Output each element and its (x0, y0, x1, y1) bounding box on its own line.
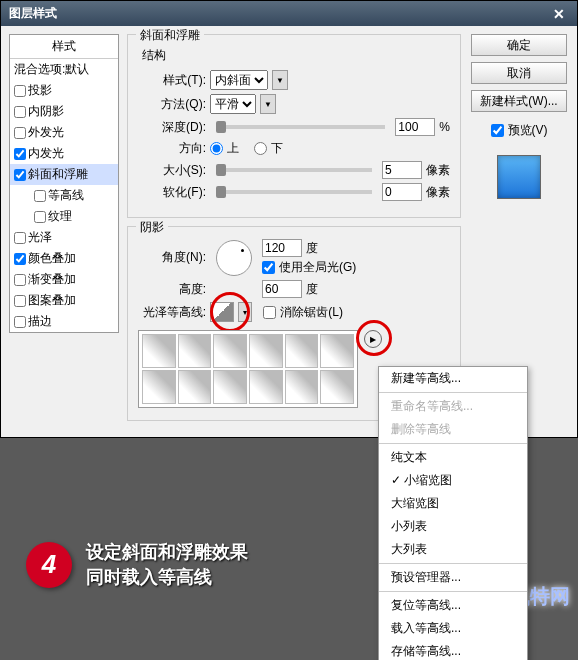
depth-label: 深度(D): (138, 119, 206, 136)
angle-label: 角度(N): (138, 249, 206, 266)
angle-dial[interactable] (216, 240, 252, 276)
style-color-overlay[interactable]: 颜色叠加 (10, 248, 118, 269)
menu-preset-manager[interactable]: 预设管理器... (379, 566, 527, 589)
style-texture[interactable]: 纹理 (10, 206, 118, 227)
style-inner-shadow[interactable]: 内阴影 (10, 101, 118, 122)
menu-small-list[interactable]: 小列表 (379, 515, 527, 538)
contour-thumb[interactable] (249, 334, 283, 368)
direction-label: 方向: (138, 140, 206, 157)
contour-thumb[interactable] (142, 334, 176, 368)
flyout-menu-icon[interactable]: ▶ (364, 330, 382, 348)
styles-panel: 样式 混合选项:默认 投影 内阴影 外发光 内发光 斜面和浮雕 等高线 纹理 光… (9, 34, 119, 333)
soften-field[interactable] (382, 183, 422, 201)
menu-rename-contour: 重命名等高线... (379, 395, 527, 418)
chevron-down-icon[interactable]: ▼ (260, 94, 276, 114)
contour-thumb[interactable] (285, 334, 319, 368)
menu-load-contours[interactable]: 载入等高线... (379, 617, 527, 640)
step-number-badge: 4 (26, 542, 72, 588)
ok-button[interactable]: 确定 (471, 34, 567, 56)
antialias-checkbox[interactable] (263, 306, 276, 319)
gloss-contour-swatch[interactable] (210, 302, 234, 322)
style-inner-glow[interactable]: 内发光 (10, 143, 118, 164)
style-label: 样式(T): (138, 72, 206, 89)
contour-thumb[interactable] (178, 370, 212, 404)
depth-slider[interactable] (216, 125, 385, 129)
contour-thumb[interactable] (285, 370, 319, 404)
size-slider[interactable] (216, 168, 372, 172)
contour-thumb[interactable] (213, 370, 247, 404)
contour-thumb[interactable] (320, 370, 354, 404)
dir-down-radio[interactable] (254, 142, 267, 155)
bevel-style-select[interactable]: 内斜面 (210, 70, 268, 90)
dialog-title: 图层样式 (9, 5, 57, 22)
style-drop-shadow[interactable]: 投影 (10, 80, 118, 101)
contour-presets-grid (138, 330, 358, 408)
depth-field[interactable] (395, 118, 435, 136)
menu-new-contour[interactable]: 新建等高线... (379, 367, 527, 390)
angle-field[interactable] (262, 239, 302, 257)
contour-thumb[interactable] (249, 370, 283, 404)
chevron-down-icon[interactable]: ▼ (272, 70, 288, 90)
step-annotation: 4 设定斜面和浮雕效果 同时载入等高线 (26, 540, 248, 590)
contour-thumb[interactable] (178, 334, 212, 368)
preview-checkbox-label[interactable]: 预览(V) (491, 122, 548, 139)
new-style-button[interactable]: 新建样式(W)... (471, 90, 567, 112)
menu-save-contours[interactable]: 存储等高线... (379, 640, 527, 660)
style-satin[interactable]: 光泽 (10, 227, 118, 248)
global-light-checkbox[interactable] (262, 261, 275, 274)
style-bevel-emboss[interactable]: 斜面和浮雕 (10, 164, 118, 185)
step-text: 设定斜面和浮雕效果 同时载入等高线 (86, 540, 248, 590)
size-label: 大小(S): (138, 162, 206, 179)
style-outer-glow[interactable]: 外发光 (10, 122, 118, 143)
soften-label: 软化(F): (138, 184, 206, 201)
style-pattern-overlay[interactable]: 图案叠加 (10, 290, 118, 311)
blend-options[interactable]: 混合选项:默认 (10, 59, 118, 80)
altitude-field[interactable] (262, 280, 302, 298)
contour-thumb[interactable] (320, 334, 354, 368)
cancel-button[interactable]: 取消 (471, 62, 567, 84)
menu-large-thumb[interactable]: 大缩览图 (379, 492, 527, 515)
menu-small-thumb[interactable]: 小缩览图 (379, 469, 527, 492)
gloss-contour-dropdown[interactable]: ▾ (238, 302, 252, 322)
method-label: 方法(Q): (138, 96, 206, 113)
preview-checkbox[interactable] (491, 124, 504, 137)
menu-delete-contour: 删除等高线 (379, 418, 527, 441)
altitude-label: 高度: (138, 281, 206, 298)
soften-slider[interactable] (216, 190, 372, 194)
menu-large-list[interactable]: 大列表 (379, 538, 527, 561)
bevel-method-select[interactable]: 平滑 (210, 94, 256, 114)
style-contour[interactable]: 等高线 (10, 185, 118, 206)
dialog-titlebar: 图层样式 ✕ (1, 1, 577, 26)
style-gradient-overlay[interactable]: 渐变叠加 (10, 269, 118, 290)
menu-reset-contours[interactable]: 复位等高线... (379, 594, 527, 617)
contour-context-menu: 新建等高线... 重命名等高线... 删除等高线 纯文本 小缩览图 大缩览图 小… (378, 366, 528, 660)
bevel-group: 斜面和浮雕 结构 样式(T): 内斜面 ▼ 方法(Q): 平滑 ▼ 深度(D):… (127, 34, 461, 218)
close-icon[interactable]: ✕ (549, 6, 569, 22)
gloss-contour-label: 光泽等高线: (138, 304, 206, 321)
size-field[interactable] (382, 161, 422, 179)
menu-text-only[interactable]: 纯文本 (379, 446, 527, 469)
contour-thumb[interactable] (142, 370, 176, 404)
styles-header[interactable]: 样式 (10, 35, 118, 59)
style-stroke[interactable]: 描边 (10, 311, 118, 332)
contour-thumb[interactable] (213, 334, 247, 368)
dir-up-radio[interactable] (210, 142, 223, 155)
preview-swatch (497, 155, 541, 199)
